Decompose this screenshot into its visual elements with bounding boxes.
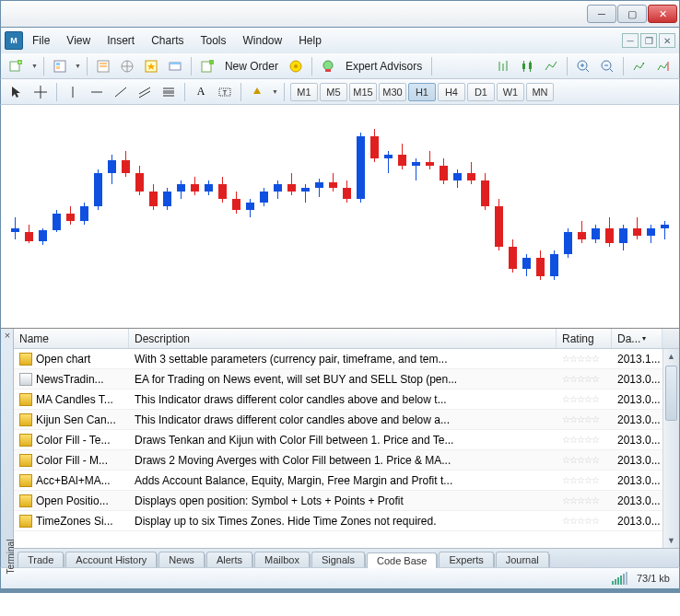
channel-icon[interactable]: [135, 82, 155, 102]
timeframe-h4[interactable]: H4: [438, 83, 465, 101]
menu-view[interactable]: View: [59, 31, 98, 50]
timeframe-m5[interactable]: M5: [320, 83, 347, 101]
text-label-icon[interactable]: T: [215, 82, 235, 102]
crosshair-icon[interactable]: [30, 82, 51, 102]
text-icon[interactable]: A: [191, 82, 211, 102]
menu-tools[interactable]: Tools: [193, 31, 234, 50]
svg-rect-138: [592, 228, 600, 239]
zoom-in-icon[interactable]: [573, 56, 593, 76]
mdi-close-button[interactable]: ✕: [659, 33, 675, 48]
tab-experts[interactable]: Experts: [439, 552, 493, 567]
timeframe-m1[interactable]: M1: [290, 83, 318, 101]
row-rating[interactable]: ☆☆☆☆☆: [557, 450, 612, 470]
zoom-out-icon[interactable]: [597, 56, 617, 76]
market-watch-icon[interactable]: [93, 56, 113, 76]
new-order-icon[interactable]: [197, 56, 217, 76]
timeframe-d1[interactable]: D1: [467, 83, 495, 101]
timeframe-m15[interactable]: M15: [349, 83, 377, 101]
chart-area[interactable]: [0, 105, 680, 328]
col-header-name[interactable]: Name: [14, 329, 129, 348]
terminal-close-button[interactable]: ×: [2, 331, 13, 342]
scroll-down-icon[interactable]: ▼: [663, 533, 679, 548]
row-rating[interactable]: ☆☆☆☆☆: [557, 471, 612, 490]
expert-advisors-icon[interactable]: [318, 56, 338, 76]
table-row[interactable]: Color Fill - M...Draws 2 Moving Averges …: [14, 450, 662, 471]
col-header-description[interactable]: Description: [129, 329, 557, 348]
row-rating[interactable]: ☆☆☆☆☆: [557, 389, 612, 409]
scrollbar-vertical[interactable]: ▲ ▼: [662, 349, 679, 548]
table-row[interactable]: Acc+BAl+MA...Adds Account Balance, Equit…: [14, 471, 662, 491]
tab-trade[interactable]: Trade: [18, 552, 64, 567]
tab-news[interactable]: News: [158, 552, 205, 567]
new-order-label[interactable]: New Order: [221, 58, 282, 75]
table-row[interactable]: Open Positio...Displays open position: S…: [14, 491, 662, 511]
menu-file[interactable]: File: [25, 31, 57, 50]
candlestick-chart-icon[interactable]: [517, 56, 537, 76]
table-row[interactable]: TimeZones Si...Display up to six Times Z…: [14, 511, 662, 531]
tab-account-history[interactable]: Account History: [65, 552, 157, 567]
tab-journal[interactable]: Journal: [496, 552, 549, 567]
expert-advisors-label[interactable]: Expert Advisors: [342, 58, 426, 75]
fibonacci-icon[interactable]: [158, 82, 179, 102]
line-chart-icon[interactable]: [541, 56, 561, 76]
bar-chart-icon[interactable]: [493, 56, 513, 76]
svg-rect-118: [453, 173, 462, 180]
profiles-icon[interactable]: [50, 56, 70, 76]
svg-rect-66: [94, 173, 102, 206]
tab-signals[interactable]: Signals: [311, 552, 365, 567]
close-button[interactable]: ✕: [648, 5, 677, 23]
svg-rect-114: [426, 162, 434, 166]
svg-rect-102: [343, 188, 351, 199]
row-rating[interactable]: ☆☆☆☆☆: [557, 491, 612, 510]
timeframe-h1[interactable]: H1: [408, 83, 436, 101]
terminal-panel: × Terminal Name Description Rating Da...…: [0, 328, 680, 567]
scroll-thumb[interactable]: [665, 366, 677, 421]
table-row[interactable]: NewsTradin...EA for Trading on News even…: [14, 369, 662, 389]
horizontal-line-icon[interactable]: [87, 82, 107, 102]
timeframe-m30[interactable]: M30: [379, 83, 406, 101]
row-rating[interactable]: ☆☆☆☆☆: [557, 410, 612, 429]
menu-window[interactable]: Window: [236, 31, 290, 50]
mdi-minimize-button[interactable]: ─: [622, 33, 639, 48]
mdi-restore-button[interactable]: ❐: [640, 33, 657, 48]
row-rating[interactable]: ☆☆☆☆☆: [557, 430, 612, 449]
vertical-line-icon[interactable]: [63, 82, 83, 102]
cursor-icon[interactable]: [6, 82, 27, 102]
terminal-icon[interactable]: [165, 56, 185, 76]
script-icon: [19, 494, 32, 507]
timeframe-w1[interactable]: W1: [497, 83, 524, 101]
svg-rect-126: [509, 247, 517, 269]
auto-scroll-icon[interactable]: [629, 56, 650, 76]
col-header-rating[interactable]: Rating: [557, 329, 612, 348]
menu-charts[interactable]: Charts: [144, 31, 191, 50]
chevron-down-icon[interactable]: ▼: [31, 63, 38, 69]
trendline-icon[interactable]: [111, 82, 131, 102]
tab-code-base[interactable]: Code Base: [367, 552, 437, 568]
chart-shift-icon[interactable]: [653, 56, 674, 76]
tab-mailbox[interactable]: Mailbox: [254, 552, 310, 567]
chevron-down-icon[interactable]: ▼: [75, 63, 81, 69]
maximize-button[interactable]: ▢: [617, 5, 647, 23]
table-row[interactable]: Kijun Sen Can...This Indicator draws dif…: [14, 410, 662, 430]
new-chart-icon[interactable]: +: [6, 56, 27, 76]
navigator-icon[interactable]: [117, 56, 137, 76]
minimize-button[interactable]: ─: [587, 5, 616, 23]
svg-rect-128: [522, 258, 531, 269]
data-window-icon[interactable]: [141, 56, 161, 76]
svg-rect-56: [25, 232, 33, 241]
row-rating[interactable]: ☆☆☆☆☆: [557, 349, 612, 368]
menu-insert[interactable]: Insert: [100, 31, 142, 50]
row-rating[interactable]: ☆☆☆☆☆: [557, 511, 612, 530]
arrows-icon[interactable]: [247, 82, 267, 102]
scroll-up-icon[interactable]: ▲: [663, 349, 679, 364]
metaquotes-icon[interactable]: [286, 56, 306, 76]
col-header-date[interactable]: Da...▾: [612, 329, 662, 348]
table-row[interactable]: MA Candles T...This Indicator draws diff…: [14, 389, 662, 410]
table-row[interactable]: Open chartWith 3 settable parameters (cu…: [14, 349, 662, 369]
row-rating[interactable]: ☆☆☆☆☆: [557, 369, 612, 389]
menu-help[interactable]: Help: [291, 31, 329, 50]
table-row[interactable]: Color Fill - Te...Draws Tenkan and Kijun…: [14, 430, 662, 450]
chevron-down-icon[interactable]: ▼: [272, 88, 278, 95]
timeframe-mn[interactable]: MN: [526, 83, 554, 101]
tab-alerts[interactable]: Alerts: [206, 552, 252, 567]
